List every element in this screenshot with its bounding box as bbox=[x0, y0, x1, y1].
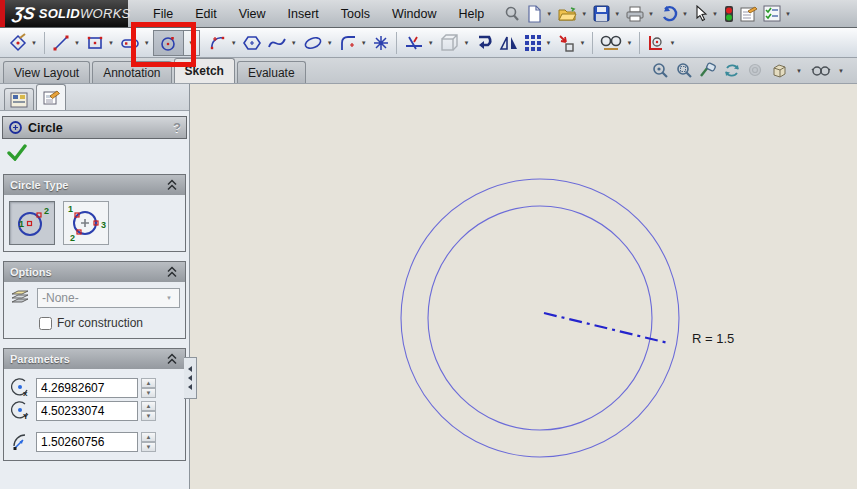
graphics-area[interactable]: R = 1.5 bbox=[190, 84, 857, 489]
feature-manager-tab[interactable] bbox=[4, 88, 34, 110]
inner-circle-entity[interactable] bbox=[428, 206, 652, 430]
pattern-dropdown-icon[interactable]: ▼ bbox=[546, 40, 552, 46]
collapse-chevron-icon[interactable] bbox=[165, 266, 179, 278]
pan-icon[interactable] bbox=[747, 62, 765, 79]
center-y-input[interactable] bbox=[36, 401, 138, 421]
select-dropdown-icon[interactable]: ▼ bbox=[712, 11, 718, 17]
fillet-icon[interactable] bbox=[336, 31, 360, 55]
layer-dropdown[interactable]: -None- ▼ bbox=[37, 288, 180, 308]
linear-sketch-pattern-icon[interactable] bbox=[521, 31, 545, 55]
trim-icon[interactable] bbox=[401, 31, 427, 55]
menu-help[interactable]: Help bbox=[448, 0, 496, 27]
menu-tools[interactable]: Tools bbox=[330, 0, 381, 27]
search-icon[interactable] bbox=[501, 2, 523, 26]
radius-spinner[interactable]: ▲▼ bbox=[141, 432, 156, 452]
menu-edit[interactable]: Edit bbox=[184, 0, 228, 27]
menu-view[interactable]: View bbox=[228, 0, 277, 27]
sketch-dropdown-icon[interactable]: ▼ bbox=[31, 40, 37, 46]
undo-dropdown-icon[interactable]: ▼ bbox=[682, 11, 688, 17]
tab-evaluate[interactable]: Evaluate bbox=[237, 61, 306, 83]
trim-dropdown-icon[interactable]: ▼ bbox=[428, 40, 434, 46]
radius-dimension-label[interactable]: R = 1.5 bbox=[692, 331, 734, 346]
line-dropdown-icon[interactable]: ▼ bbox=[74, 40, 80, 46]
for-construction-checkbox[interactable] bbox=[39, 317, 52, 330]
parameters-header[interactable]: Parameters bbox=[4, 349, 185, 369]
slot-dropdown-icon[interactable]: ▼ bbox=[144, 40, 150, 46]
options-header[interactable]: Options bbox=[4, 262, 185, 282]
ellipse-dropdown-icon[interactable]: ▼ bbox=[327, 40, 333, 46]
save-dropdown-icon[interactable]: ▼ bbox=[614, 11, 620, 17]
menu-insert[interactable]: Insert bbox=[277, 0, 330, 27]
line-icon[interactable] bbox=[49, 31, 73, 55]
quick-snaps-icon[interactable] bbox=[644, 31, 668, 55]
save-icon[interactable] bbox=[591, 2, 612, 26]
convert-entities-icon[interactable] bbox=[437, 31, 463, 55]
mirror-entities-icon[interactable] bbox=[497, 31, 521, 55]
point-icon[interactable] bbox=[370, 31, 392, 55]
zoom-area-icon[interactable] bbox=[675, 62, 693, 79]
sketch-icon[interactable] bbox=[6, 31, 30, 55]
polygon-icon[interactable] bbox=[240, 31, 264, 55]
options-dropdown-icon[interactable]: ▼ bbox=[785, 11, 791, 17]
undo-icon[interactable] bbox=[658, 2, 680, 26]
view-toolbar: ▼ ▼ bbox=[651, 62, 857, 83]
slot-icon[interactable] bbox=[117, 31, 143, 55]
new-document-icon[interactable] bbox=[524, 2, 544, 26]
panel-splitter-handle[interactable] bbox=[184, 357, 197, 399]
ok-checkmark-icon[interactable] bbox=[6, 143, 28, 161]
view-orientation-icon[interactable] bbox=[771, 62, 789, 79]
open-dropdown-icon[interactable]: ▼ bbox=[581, 11, 587, 17]
snaps-dropdown-icon[interactable]: ▼ bbox=[669, 40, 675, 46]
center-circle-button[interactable]: 1 2 bbox=[9, 201, 55, 245]
move-entities-icon[interactable] bbox=[554, 31, 578, 55]
relations-dropdown-icon[interactable]: ▼ bbox=[626, 40, 632, 46]
menu-window[interactable]: Window bbox=[381, 0, 447, 27]
circle-dropdown-icon[interactable]: ▼ bbox=[183, 30, 200, 56]
section-title: Parameters bbox=[10, 353, 165, 365]
menu-file[interactable]: File bbox=[142, 0, 184, 27]
circle-type-header[interactable]: Circle Type bbox=[4, 175, 185, 195]
collapse-chevron-icon[interactable] bbox=[165, 353, 179, 365]
collapse-chevron-icon[interactable] bbox=[165, 179, 179, 191]
circle-icon[interactable] bbox=[153, 30, 183, 56]
tab-view-layout[interactable]: View Layout bbox=[3, 61, 90, 83]
help-icon[interactable]: ? bbox=[173, 120, 181, 135]
display-delete-relations-icon[interactable] bbox=[597, 31, 625, 55]
tab-sketch[interactable]: Sketch bbox=[174, 58, 235, 83]
print-dropdown-icon[interactable]: ▼ bbox=[648, 11, 654, 17]
rotate-view-icon[interactable] bbox=[723, 62, 741, 79]
spline-dropdown-icon[interactable]: ▼ bbox=[291, 40, 297, 46]
new-dropdown-icon[interactable]: ▼ bbox=[546, 11, 552, 17]
move-dropdown-icon[interactable]: ▼ bbox=[579, 40, 585, 46]
convert-dropdown-icon[interactable]: ▼ bbox=[464, 40, 470, 46]
view-orientation-dropdown-icon[interactable]: ▼ bbox=[796, 68, 802, 74]
fillet-dropdown-icon[interactable]: ▼ bbox=[361, 40, 367, 46]
display-style-icon[interactable] bbox=[811, 63, 831, 78]
offset-entities-icon[interactable] bbox=[473, 31, 497, 55]
arc-dropdown-icon[interactable]: ▼ bbox=[231, 40, 237, 46]
perimeter-circle-button[interactable]: 1 2 3 bbox=[63, 201, 109, 245]
radius-centerline[interactable] bbox=[544, 313, 668, 343]
center-y-spinner[interactable]: ▲▼ bbox=[141, 401, 156, 421]
rectangle-dropdown-icon[interactable]: ▼ bbox=[108, 40, 114, 46]
outer-circle-entity[interactable] bbox=[401, 179, 679, 457]
spline-icon[interactable] bbox=[264, 31, 290, 55]
print-icon[interactable] bbox=[624, 2, 646, 26]
zoom-fit-icon[interactable] bbox=[651, 62, 669, 79]
ellipse-icon[interactable] bbox=[300, 31, 326, 55]
properties-icon[interactable] bbox=[737, 2, 760, 26]
display-style-dropdown-icon[interactable]: ▼ bbox=[838, 68, 844, 74]
open-icon[interactable] bbox=[556, 2, 579, 26]
tab-annotation[interactable]: Annotation bbox=[92, 61, 171, 83]
center-x-input[interactable] bbox=[36, 378, 138, 398]
rectangle-icon[interactable] bbox=[83, 31, 107, 55]
select-cursor-icon[interactable] bbox=[692, 2, 710, 26]
arc-icon[interactable] bbox=[206, 31, 230, 55]
options-icon[interactable] bbox=[761, 2, 783, 26]
zoom-selection-icon[interactable] bbox=[699, 62, 717, 79]
stoplight-icon[interactable] bbox=[722, 2, 736, 26]
center-x-spinner[interactable]: ▲▼ bbox=[141, 378, 156, 398]
radius-input[interactable] bbox=[36, 432, 138, 452]
property-manager-tab[interactable] bbox=[36, 84, 66, 110]
command-manager-tab-bar: View Layout Annotation Sketch Evaluate ▼… bbox=[0, 58, 857, 84]
